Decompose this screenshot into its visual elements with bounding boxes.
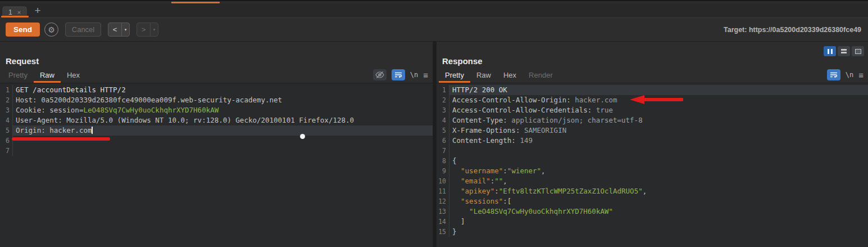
code-line[interactable]: 1HTTP/2 200 OK — [437, 85, 868, 95]
code-text: X-Frame-Options: SAMEORIGIN — [449, 125, 868, 136]
red-underline-annotation — [12, 137, 110, 141]
code-line[interactable]: 4User-Agent: Mozilla/5.0 (Windows NT 10.… — [0, 115, 433, 125]
cancel-button[interactable]: Cancel — [65, 23, 101, 37]
line-number: 3 — [437, 105, 449, 115]
tab-response-hex[interactable]: Hex — [497, 70, 522, 83]
code-text: "apikey":"Eftv8ltzKTlcWMP25tZaxZ1OclAdRU… — [449, 186, 868, 196]
response-editor-icons: \n ≡ — [827, 69, 864, 80]
word-wrap-icon[interactable] — [827, 69, 840, 80]
code-text — [12, 146, 433, 156]
hide-nonprintable-icon[interactable] — [373, 69, 387, 80]
line-number: 13 — [437, 206, 449, 217]
code-line[interactable]: 13 "LeO48SVq7CwHy0uoCkhqhrXYD7H60kAW" — [437, 206, 868, 217]
next-request-split-button: > ▾ — [137, 23, 158, 37]
response-panel: Response Pretty Raw Hex Render — [437, 42, 868, 247]
line-number: 5 — [437, 125, 449, 136]
settings-gear-icon[interactable]: ⚙ — [44, 23, 58, 37]
request-editor-icons: \n ≡ — [373, 69, 428, 80]
line-number: 15 — [437, 227, 449, 237]
request-editor[interactable]: 1GET /accountDetails HTTP/22Host: 0a5200… — [0, 83, 433, 247]
show-newlines-icon[interactable]: \n — [846, 69, 853, 80]
response-title: Response — [442, 56, 483, 66]
code-line[interactable]: 4Content-Type: application/json; charset… — [437, 115, 868, 125]
line-number: 2 — [437, 95, 449, 105]
previous-dropdown-caret-icon[interactable]: ▾ — [121, 23, 129, 36]
code-line[interactable]: 10 "email":"", — [437, 176, 868, 186]
code-line[interactable]: 5X-Frame-Options: SAMEORIGIN — [437, 125, 868, 136]
line-number: 11 — [437, 186, 449, 196]
tab-request-pretty[interactable]: Pretty — [2, 70, 34, 83]
editor-menu-icon[interactable]: ≡ — [858, 69, 864, 80]
line-number: 1 — [437, 85, 449, 95]
send-button[interactable]: Send — [6, 23, 40, 37]
new-tab-button[interactable]: + — [33, 5, 43, 17]
code-line[interactable]: 12 "sessions":[ — [437, 196, 868, 206]
response-view-tabs: Pretty Raw Hex Render — [439, 70, 559, 83]
rows-view-icon[interactable] — [838, 46, 850, 56]
response-editor[interactable]: 1HTTP/2 200 OK2Access-Control-Allow-Orig… — [437, 83, 868, 247]
code-line[interactable]: 1GET /accountDetails HTTP/2 — [0, 85, 433, 95]
repeater-tab-label: 1 — [8, 8, 12, 16]
tab-request-hex[interactable]: Hex — [61, 70, 86, 83]
next-dropdown-caret-icon: ▾ — [150, 23, 158, 36]
show-newlines-icon[interactable]: \n — [410, 69, 418, 80]
code-line[interactable]: 11 "apikey":"Eftv8ltzKTlcWMP25tZaxZ1OclA… — [437, 186, 868, 196]
line-number: 7 — [437, 146, 449, 156]
code-text: HTTP/2 200 OK — [449, 85, 868, 95]
code-text: { — [449, 156, 868, 166]
code-line[interactable]: 7 — [437, 146, 868, 156]
code-text: } — [449, 227, 868, 237]
line-number: 8 — [437, 156, 449, 166]
code-line[interactable]: 15} — [437, 227, 868, 237]
tab-response-pretty[interactable]: Pretty — [439, 70, 470, 83]
layout-controls — [824, 46, 864, 56]
line-number: 1 — [0, 85, 12, 95]
code-text: "email":"", — [449, 176, 868, 186]
code-line[interactable]: 5Origin: hacker.com — [0, 125, 433, 136]
tab-response-raw[interactable]: Raw — [470, 70, 497, 83]
word-wrap-icon[interactable] — [392, 69, 405, 80]
red-arrow-annotation — [630, 95, 683, 104]
repeater-tab-row: 1 × + — [0, 3, 868, 18]
line-number: 4 — [0, 115, 12, 125]
previous-request-button[interactable]: < — [108, 23, 121, 36]
previous-request-split-button[interactable]: < ▾ — [108, 23, 130, 37]
line-number: 2 — [0, 95, 12, 105]
code-text: ] — [449, 217, 868, 227]
editor-menu-icon[interactable]: ≡ — [423, 69, 428, 80]
code-line[interactable]: 6Content-Length: 149 — [437, 136, 868, 146]
line-number: 4 — [437, 115, 449, 125]
code-line[interactable]: 3Cookie: session=LeO48SVq7CwHy0uoCkhqhrX… — [0, 105, 433, 115]
code-line[interactable]: 14 ] — [437, 217, 868, 227]
line-number: 9 — [437, 166, 449, 176]
code-line[interactable]: 7 — [0, 146, 433, 156]
click-dot-annotation — [300, 134, 305, 139]
code-text: Origin: hacker.com — [12, 125, 433, 136]
columns-view-icon[interactable] — [824, 46, 836, 56]
code-line[interactable]: 3Access-Control-Allow-Credentials: true — [437, 105, 868, 115]
repeater-main-area: Request Pretty Raw Hex — [0, 42, 868, 247]
code-text: Cookie: session=LeO48SVq7CwHy0uoCkhqhrXY… — [12, 105, 433, 115]
next-request-button: > — [137, 23, 150, 36]
single-view-icon[interactable] — [852, 46, 864, 56]
text-cursor — [92, 127, 93, 134]
code-text: "username":"wiener", — [449, 166, 868, 176]
code-text: "LeO48SVq7CwHy0uoCkhqhrXYD7H60kAW" — [449, 206, 868, 217]
target-url-label: Target: https://0a5200d20339d26380fce49 — [724, 26, 861, 34]
line-number: 12 — [437, 196, 449, 206]
tab-request-raw[interactable]: Raw — [34, 70, 61, 83]
line-number: 3 — [0, 105, 12, 115]
code-text: User-Agent: Mozilla/5.0 (Windows NT 10.0… — [12, 115, 433, 125]
code-line[interactable]: 8{ — [437, 156, 868, 166]
line-number: 10 — [437, 176, 449, 186]
code-text: Content-Type: application/json; charset=… — [449, 115, 868, 125]
code-line[interactable]: 9 "username":"wiener", — [437, 166, 868, 176]
line-number: 14 — [437, 217, 449, 227]
code-text: Host: 0a5200d20339d26380fce49000ea009f.w… — [12, 95, 433, 105]
code-text: GET /accountDetails HTTP/2 — [12, 85, 433, 95]
close-tab-icon[interactable]: × — [17, 9, 21, 16]
tab-response-render[interactable]: Render — [522, 70, 559, 83]
code-text: Access-Control-Allow-Credentials: true — [449, 105, 868, 115]
code-line[interactable]: 2Host: 0a5200d20339d26380fce49000ea009f.… — [0, 95, 433, 105]
panel-divider[interactable] — [433, 42, 437, 247]
